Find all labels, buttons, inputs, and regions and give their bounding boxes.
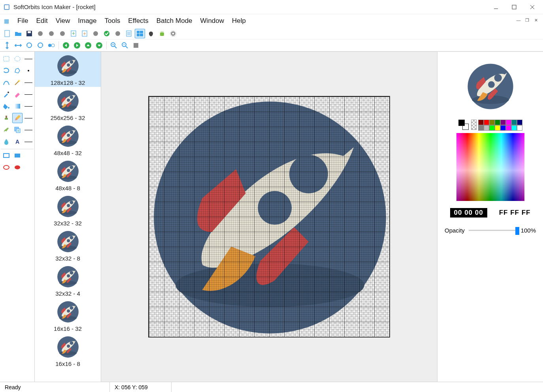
fg-color-hex[interactable]: 00 00 00: [450, 208, 487, 218]
line-style-2[interactable]: [24, 77, 33, 88]
picker-tool[interactable]: [1, 89, 11, 99]
gear-button[interactable]: [168, 29, 178, 38]
swatch[interactable]: [506, 120, 511, 125]
android-button[interactable]: [157, 29, 167, 38]
ellipse-tool[interactable]: [1, 162, 11, 173]
menu-tools[interactable]: Tools: [101, 15, 124, 26]
ellipse-filled-tool[interactable]: [12, 162, 23, 173]
wand-tool[interactable]: [12, 77, 23, 88]
apple-button[interactable]: [146, 29, 156, 38]
open-folder-button[interactable]: [13, 29, 23, 38]
zoom-height-button[interactable]: [2, 41, 12, 50]
swatch[interactable]: [484, 125, 489, 131]
menu-file[interactable]: File: [13, 15, 32, 26]
opacity-slider[interactable]: [469, 230, 517, 231]
swatch[interactable]: [500, 125, 506, 131]
circle-button[interactable]: [90, 29, 101, 38]
ellipse-select-tool[interactable]: [12, 54, 23, 64]
swatch[interactable]: [517, 125, 522, 131]
transparent-swatch[interactable]: [471, 120, 477, 130]
lasso-tool[interactable]: [1, 66, 11, 76]
menu-batch-mode[interactable]: Batch Mode: [153, 15, 196, 26]
fg-bg-swatch[interactable]: [458, 120, 469, 130]
line-style-3[interactable]: [24, 89, 33, 99]
color-picker[interactable]: [456, 133, 524, 201]
brush-tool[interactable]: [1, 125, 11, 135]
circle-button[interactable]: [46, 29, 57, 38]
swatch[interactable]: [506, 125, 511, 131]
menu-image[interactable]: Image: [74, 15, 100, 26]
swatch[interactable]: [489, 120, 495, 125]
swatch[interactable]: [489, 125, 495, 131]
circle-button[interactable]: [57, 29, 68, 38]
line-style-10[interactable]: [24, 162, 33, 173]
size-item[interactable]: 48x48 - 8: [35, 157, 101, 192]
line-style-0[interactable]: [24, 54, 33, 64]
size-item[interactable]: 128x128 - 32: [35, 52, 101, 87]
gradient-tool[interactable]: [12, 101, 23, 111]
windows-button[interactable]: [135, 29, 145, 38]
text-tool[interactable]: A: [12, 137, 23, 147]
blur-tool[interactable]: [1, 137, 11, 147]
bg-color-hex[interactable]: FF FF FF: [499, 209, 531, 217]
line-style-1[interactable]: [24, 66, 33, 76]
canvas[interactable]: [148, 96, 390, 338]
arrow-up-button[interactable]: [83, 41, 93, 50]
doc-list-button[interactable]: [124, 29, 134, 38]
window-maximize-button[interactable]: [505, 1, 523, 13]
swatch[interactable]: [511, 120, 517, 125]
size-item[interactable]: 16x16 - 8: [35, 333, 101, 368]
window-close-button[interactable]: [523, 1, 541, 13]
line-style-6[interactable]: [24, 125, 33, 135]
circle-button[interactable]: [113, 29, 123, 38]
line-style-7[interactable]: [24, 137, 33, 147]
check-circle-button[interactable]: [102, 29, 112, 38]
swatch[interactable]: [500, 120, 506, 125]
size-item[interactable]: 32x32 - 32: [35, 192, 101, 227]
mdi-close-button[interactable]: ✕: [532, 17, 540, 24]
mdi-minimize-button[interactable]: —: [515, 17, 522, 24]
poly-lasso-tool[interactable]: [12, 66, 23, 76]
arrow-down-button[interactable]: [94, 41, 104, 50]
stop-button[interactable]: [131, 41, 141, 50]
line-style-5[interactable]: [24, 113, 33, 123]
export-button[interactable]: [79, 29, 90, 38]
rect-tool[interactable]: [1, 150, 11, 161]
save-button[interactable]: [24, 29, 34, 38]
eraser-tool[interactable]: [12, 89, 23, 99]
clone-tool[interactable]: +: [12, 125, 23, 135]
size-item[interactable]: 32x32 - 8: [35, 227, 101, 263]
line-style-4[interactable]: [24, 101, 33, 111]
menu-edit[interactable]: Edit: [32, 15, 51, 26]
size-item[interactable]: 32x32 - 4: [35, 263, 101, 298]
swatch[interactable]: [478, 125, 484, 131]
zoom-in-button[interactable]: [109, 41, 119, 50]
stamp-tool[interactable]: [1, 113, 11, 123]
arrow-right-button[interactable]: [72, 41, 82, 50]
rotate-button[interactable]: [24, 41, 34, 50]
circle-button[interactable]: [35, 29, 45, 38]
arrow-left-button[interactable]: [61, 41, 71, 50]
window-minimize-button[interactable]: [487, 1, 505, 13]
menu-window[interactable]: Window: [196, 15, 228, 26]
bucket-tool[interactable]: [1, 101, 11, 111]
menu-view[interactable]: View: [52, 15, 74, 26]
zoom-width-button[interactable]: [13, 41, 23, 50]
swatch[interactable]: [478, 120, 484, 125]
swatch[interactable]: [495, 120, 500, 125]
size-item[interactable]: 256x256 - 32: [35, 87, 101, 122]
swatch[interactable]: [484, 120, 489, 125]
line-style-9[interactable]: [24, 150, 33, 161]
size-item[interactable]: 16x16 - 32: [35, 298, 101, 333]
size-item[interactable]: 48x48 - 32: [35, 122, 101, 157]
rotate-ccw-button[interactable]: [35, 41, 45, 50]
mdi-restore-button[interactable]: ❐: [523, 17, 531, 24]
swatch[interactable]: [517, 120, 522, 125]
rect-select-tool[interactable]: [1, 54, 11, 64]
flip-x-button[interactable]: [46, 41, 57, 50]
import-device-button[interactable]: [68, 29, 79, 38]
zoom-out-button[interactable]: [120, 41, 130, 50]
menu-effects[interactable]: Effects: [124, 15, 153, 26]
pencil-tool[interactable]: [12, 113, 23, 123]
curve-tool[interactable]: [1, 77, 11, 88]
